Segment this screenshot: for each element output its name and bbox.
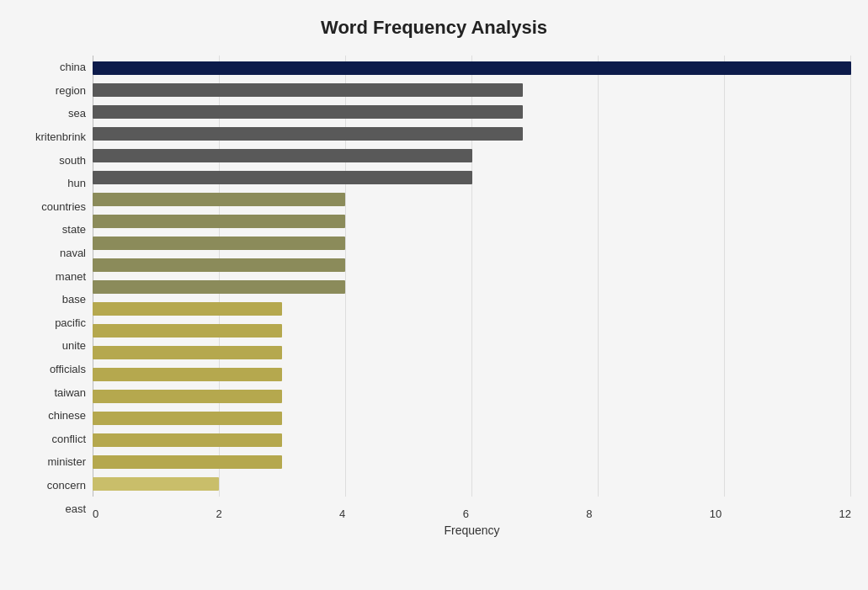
x-tick-label: 12 [839,508,851,520]
y-axis: chinaregionseakritenbrinksouthhuncountri… [17,56,93,544]
bar [93,171,472,183]
bar-row [93,167,851,189]
y-label: state [17,218,86,242]
grid-and-bars: 024681012 [93,56,851,520]
bar [93,258,345,271]
bar [93,280,345,293]
y-label: sea [17,102,86,125]
bar-row [93,385,851,407]
bar-row [93,429,851,451]
x-tick-label: 4 [339,508,345,520]
bar-row [93,189,851,210]
y-label: kritenbrink [17,125,86,149]
bar-row [93,123,851,145]
chart-title: Word Frequency Analysis [17,17,851,39]
bar [93,433,282,446]
y-label: conflict [17,428,86,451]
y-label: hun [17,172,86,195]
bar-row [93,232,851,254]
bar-row [93,364,851,385]
bar-row [93,145,851,167]
chart-area: chinaregionseakritenbrinksouthhuncountri… [17,56,851,544]
bar [93,193,345,205]
y-label: naval [17,242,86,265]
bar [93,215,345,227]
bar-row [93,407,851,429]
bars-and-grid: 024681012 Frequency [93,56,851,544]
x-tick-label: 2 [216,508,222,520]
bar-row [93,320,851,342]
y-label: south [17,148,86,172]
bar [93,237,345,249]
bar [93,83,523,96]
bar [93,346,282,359]
x-tick-label: 8 [586,508,592,520]
x-tick-label: 6 [463,508,469,520]
x-tick-label: 10 [710,508,722,520]
bar-row [93,79,851,101]
bar [93,455,282,468]
bar-row [93,342,851,364]
bars-wrapper [93,56,851,497]
bar [93,368,282,380]
y-label: taiwan [17,380,86,404]
bar [93,302,282,315]
y-label: pacific [17,311,86,335]
bar [93,477,219,490]
y-label: minister [17,450,86,474]
y-label: officials [17,358,86,381]
bar-row [93,298,851,320]
bar [93,324,282,337]
y-label: base [17,288,86,311]
bar-row [93,276,851,298]
bar [93,149,472,162]
bar-row [93,57,851,79]
x-axis-title: Frequency [93,524,851,537]
bar [93,61,851,74]
bar [93,390,282,402]
y-label: unite [17,334,86,358]
x-axis-labels: 024681012 [93,497,851,520]
bar [93,105,523,118]
bar-row [93,451,851,473]
y-label: east [17,497,86,520]
y-label: manet [17,264,86,288]
bar-row [93,101,851,123]
y-label: concern [17,474,86,497]
bar [93,127,523,140]
chart-container: Word Frequency Analysis chinaregionseakr… [0,0,868,590]
y-label: chinese [17,404,86,428]
x-tick-label: 0 [93,508,99,520]
bar [93,412,282,424]
bar-row [93,210,851,232]
bar-row [93,254,851,276]
bar-row [93,473,851,495]
y-label: china [17,56,86,79]
y-label: region [17,79,86,103]
y-label: countries [17,195,86,219]
